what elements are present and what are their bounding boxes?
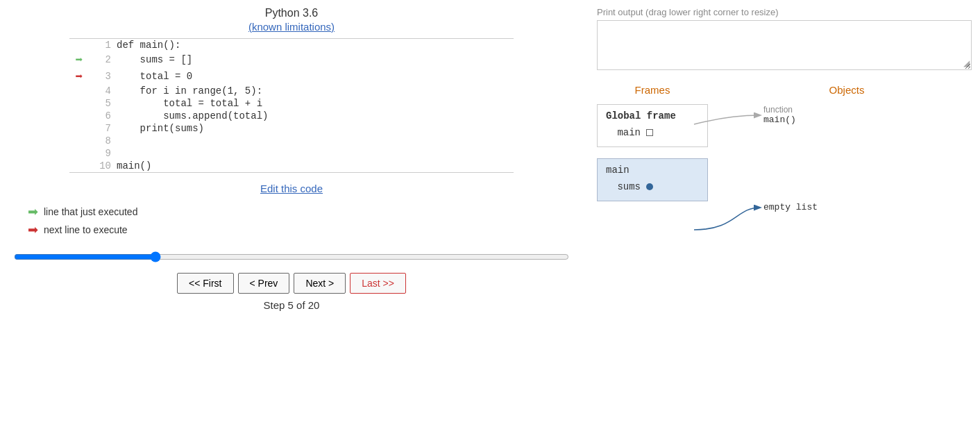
line-num-1: 1 <box>89 39 114 51</box>
main-frame-box: main sums <box>597 158 708 201</box>
nav-buttons: << First < Prev Next > Last >> <box>177 273 406 294</box>
arrows-svg <box>750 84 944 265</box>
frames-section: Frames Global frame main main sums <box>597 84 708 201</box>
objects-section: Objects function main() empty list <box>750 84 944 265</box>
arrow-col-2: ➡ <box>69 51 89 68</box>
legend-red-label: next line to execute <box>44 224 128 235</box>
arrow-col-3: ➡ <box>69 68 89 85</box>
step-info: Step 5 of 20 <box>264 299 320 311</box>
global-frame-box: Global frame main <box>597 104 708 147</box>
prev-button[interactable]: < Prev <box>238 273 290 294</box>
print-output-box[interactable]: ◢ <box>597 20 972 70</box>
arrow-col-4 <box>69 85 89 97</box>
red-arrow-3: ➡ <box>76 70 83 84</box>
code-text-2: sums = [] <box>114 51 514 68</box>
arrow-col-5 <box>69 97 89 110</box>
first-button[interactable]: << First <box>177 273 233 294</box>
arrow-col-6 <box>69 110 89 122</box>
main-frame-sums-var: sums <box>606 181 641 192</box>
code-text-1: def main(): <box>114 39 514 51</box>
global-frame-main-row: main <box>606 127 699 138</box>
print-output-label: Print output (drag lower right corner to… <box>597 7 972 17</box>
line-num-9: 9 <box>89 147 114 160</box>
line-num-7: 7 <box>89 122 114 135</box>
global-frame-main-pointer <box>646 129 653 136</box>
legend-green: ➡ line that just executed <box>28 204 137 219</box>
code-row-5: 5 total = total + i <box>69 97 514 110</box>
code-row-9: 9 <box>69 147 514 160</box>
code-text-8 <box>114 135 514 147</box>
green-arrow-2: ➡ <box>76 53 83 67</box>
known-limitations-link[interactable]: (known limitations) <box>248 21 335 33</box>
next-button[interactable]: Next > <box>294 273 346 294</box>
code-row-3: ➡3 total = 0 <box>69 68 514 85</box>
code-row-4: 4 for i in range(1, 5): <box>69 85 514 97</box>
sums-to-emptylist-arrow <box>694 208 760 230</box>
legend: ➡ line that just executed ➡ next line to… <box>28 204 137 240</box>
line-num-3: 3 <box>89 68 114 85</box>
line-num-10: 10 <box>89 160 114 172</box>
step-slider-container <box>14 251 569 265</box>
red-arrow-icon: ➡ <box>28 222 38 237</box>
line-num-6: 6 <box>89 110 114 122</box>
line-num-2: 2 <box>89 51 114 68</box>
global-frame-title: Global frame <box>606 110 699 121</box>
green-arrow-icon: ➡ <box>28 204 38 219</box>
arrow-col-1 <box>69 39 89 51</box>
viz-area: Frames Global frame main main sums <box>597 84 972 265</box>
arrow-col-9 <box>69 147 89 160</box>
code-row-7: 7 print(sums) <box>69 122 514 135</box>
left-panel: Python 3.6 (known limitations) 1def main… <box>0 0 583 445</box>
line-num-4: 4 <box>89 85 114 97</box>
code-text-10: main() <box>114 160 514 172</box>
frames-title: Frames <box>597 84 708 96</box>
code-text-5: total = total + i <box>114 97 514 110</box>
code-text-3: total = 0 <box>114 68 514 85</box>
right-panel: Print output (drag lower right corner to… <box>583 0 980 445</box>
code-text-9 <box>114 147 514 160</box>
main-frame-sums-pointer <box>646 183 653 190</box>
edit-code-link[interactable]: Edit this code <box>260 183 323 194</box>
code-row-1: 1def main(): <box>69 39 514 51</box>
global-frame-main-var: main <box>606 127 641 138</box>
legend-green-label: line that just executed <box>44 206 137 217</box>
resize-icon: ◢ <box>963 58 970 68</box>
main-frame-sums-row: sums <box>606 181 699 192</box>
code-row-8: 8 <box>69 135 514 147</box>
code-block: 1def main():➡2 sums = []➡3 total = 04 fo… <box>69 38 514 173</box>
code-table: 1def main():➡2 sums = []➡3 total = 04 fo… <box>69 39 514 172</box>
code-text-4: for i in range(1, 5): <box>114 85 514 97</box>
line-num-5: 5 <box>89 97 114 110</box>
code-row-10: 10main() <box>69 160 514 172</box>
code-row-6: 6 sums.append(total) <box>69 110 514 122</box>
code-text-7: print(sums) <box>114 122 514 135</box>
code-text-6: sums.append(total) <box>114 110 514 122</box>
python-version-title: Python 3.6 <box>265 7 319 19</box>
arrow-col-8 <box>69 135 89 147</box>
main-frame-title: main <box>606 165 699 176</box>
last-button[interactable]: Last >> <box>350 273 406 294</box>
step-slider[interactable] <box>14 251 569 262</box>
line-num-8: 8 <box>89 135 114 147</box>
code-row-2: ➡2 sums = [] <box>69 51 514 68</box>
arrow-col-7 <box>69 122 89 135</box>
arrow-col-10 <box>69 160 89 172</box>
legend-red: ➡ next line to execute <box>28 222 137 237</box>
